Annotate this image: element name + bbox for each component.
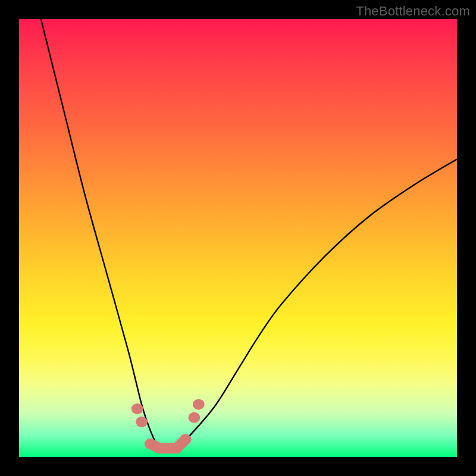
marker-dot	[193, 399, 205, 410]
marker-dot	[131, 403, 143, 414]
marker-dot	[180, 434, 192, 445]
marker-dot	[171, 443, 183, 453]
chart-svg	[19, 19, 457, 457]
chart-frame: TheBottleneck.com	[0, 0, 476, 476]
watermark-text: TheBottleneck.com	[356, 4, 470, 19]
bottleneck-curve	[41, 19, 457, 453]
bottleneck-curve-path	[41, 19, 457, 453]
marker-dot	[188, 412, 200, 423]
marker-dot	[136, 416, 148, 427]
plot-area	[19, 19, 457, 457]
optimal-band-markers	[131, 399, 205, 454]
